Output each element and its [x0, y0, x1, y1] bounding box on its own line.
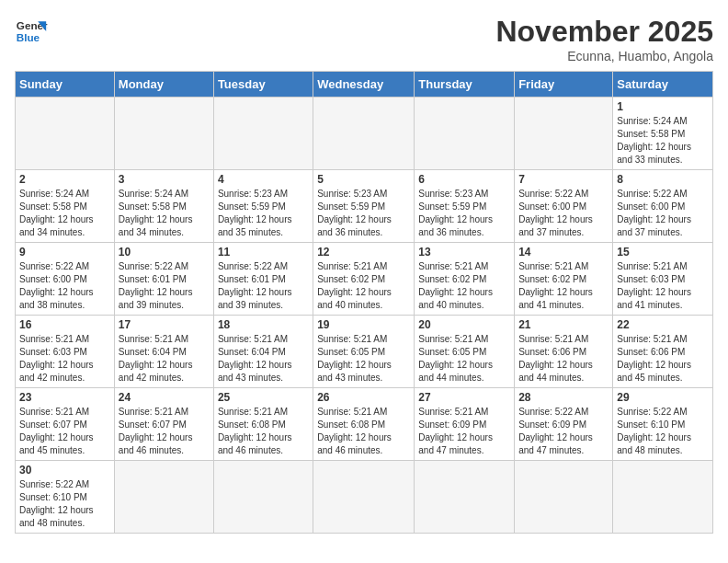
calendar-cell	[313, 461, 415, 534]
calendar-cell	[415, 461, 515, 534]
day-info: Sunrise: 5:21 AM Sunset: 6:03 PM Dayligh…	[19, 333, 110, 385]
logo: General Blue	[15, 15, 48, 48]
day-info: Sunrise: 5:24 AM Sunset: 5:58 PM Dayligh…	[617, 115, 709, 167]
svg-text:Blue: Blue	[17, 31, 40, 43]
day-number: 10	[119, 246, 210, 259]
calendar-table: SundayMondayTuesdayWednesdayThursdayFrid…	[15, 71, 713, 534]
weekday-header-row: SundayMondayTuesdayWednesdayThursdayFrid…	[16, 72, 713, 98]
calendar-cell: 26Sunrise: 5:21 AM Sunset: 6:08 PM Dayli…	[313, 388, 415, 461]
calendar-cell: 27Sunrise: 5:21 AM Sunset: 6:09 PM Dayli…	[415, 388, 515, 461]
day-number: 7	[518, 173, 609, 186]
title-block: November 2025 Ecunna, Huambo, Angola	[495, 15, 713, 63]
day-info: Sunrise: 5:21 AM Sunset: 6:03 PM Dayligh…	[617, 260, 709, 312]
calendar-cell: 1Sunrise: 5:24 AM Sunset: 5:58 PM Daylig…	[613, 98, 713, 170]
day-number: 16	[19, 318, 110, 331]
day-number: 12	[317, 246, 410, 259]
day-info: Sunrise: 5:21 AM Sunset: 6:09 PM Dayligh…	[418, 406, 510, 457]
day-info: Sunrise: 5:22 AM Sunset: 6:01 PM Dayligh…	[119, 260, 210, 312]
day-number: 13	[418, 246, 510, 259]
calendar-week-row: 16Sunrise: 5:21 AM Sunset: 6:03 PM Dayli…	[16, 316, 713, 388]
calendar-cell: 12Sunrise: 5:21 AM Sunset: 6:02 PM Dayli…	[313, 243, 415, 316]
day-number: 5	[317, 173, 410, 186]
day-number: 22	[617, 318, 709, 331]
calendar-cell: 28Sunrise: 5:22 AM Sunset: 6:09 PM Dayli…	[515, 388, 613, 461]
month-title: November 2025	[495, 15, 713, 49]
day-number: 17	[119, 318, 210, 331]
day-info: Sunrise: 5:22 AM Sunset: 6:00 PM Dayligh…	[617, 188, 709, 239]
calendar-cell: 25Sunrise: 5:21 AM Sunset: 6:08 PM Dayli…	[213, 388, 313, 461]
day-info: Sunrise: 5:21 AM Sunset: 6:06 PM Dayligh…	[518, 333, 609, 385]
day-info: Sunrise: 5:21 AM Sunset: 6:07 PM Dayligh…	[119, 406, 210, 457]
day-info: Sunrise: 5:24 AM Sunset: 5:58 PM Dayligh…	[119, 188, 210, 239]
day-number: 29	[617, 391, 709, 404]
calendar-cell	[16, 98, 115, 170]
day-info: Sunrise: 5:21 AM Sunset: 6:02 PM Dayligh…	[317, 260, 410, 312]
day-number: 20	[418, 318, 510, 331]
calendar-cell: 8Sunrise: 5:22 AM Sunset: 6:00 PM Daylig…	[613, 170, 713, 243]
calendar-cell	[415, 98, 515, 170]
day-info: Sunrise: 5:23 AM Sunset: 5:59 PM Dayligh…	[418, 188, 510, 239]
day-number: 11	[218, 246, 309, 259]
calendar-cell: 10Sunrise: 5:22 AM Sunset: 6:01 PM Dayli…	[114, 243, 213, 316]
day-info: Sunrise: 5:22 AM Sunset: 6:10 PM Dayligh…	[19, 478, 110, 530]
day-info: Sunrise: 5:21 AM Sunset: 6:02 PM Dayligh…	[518, 260, 609, 312]
calendar-cell: 5Sunrise: 5:23 AM Sunset: 5:59 PM Daylig…	[313, 170, 415, 243]
day-info: Sunrise: 5:21 AM Sunset: 6:05 PM Dayligh…	[418, 333, 510, 385]
calendar-cell: 11Sunrise: 5:22 AM Sunset: 6:01 PM Dayli…	[213, 243, 313, 316]
weekday-header-saturday: Saturday	[613, 72, 713, 98]
calendar-cell: 13Sunrise: 5:21 AM Sunset: 6:02 PM Dayli…	[415, 243, 515, 316]
day-info: Sunrise: 5:24 AM Sunset: 5:58 PM Dayligh…	[19, 188, 110, 239]
calendar-week-row: 23Sunrise: 5:21 AM Sunset: 6:07 PM Dayli…	[16, 388, 713, 461]
calendar-cell: 3Sunrise: 5:24 AM Sunset: 5:58 PM Daylig…	[114, 170, 213, 243]
calendar-cell: 22Sunrise: 5:21 AM Sunset: 6:06 PM Dayli…	[613, 316, 713, 388]
calendar-week-row: 1Sunrise: 5:24 AM Sunset: 5:58 PM Daylig…	[16, 98, 713, 170]
calendar-cell: 24Sunrise: 5:21 AM Sunset: 6:07 PM Dayli…	[114, 388, 213, 461]
calendar-cell: 20Sunrise: 5:21 AM Sunset: 6:05 PM Dayli…	[415, 316, 515, 388]
day-info: Sunrise: 5:21 AM Sunset: 6:07 PM Dayligh…	[19, 406, 110, 457]
calendar-cell	[114, 461, 213, 534]
calendar-cell	[213, 461, 313, 534]
calendar-cell: 17Sunrise: 5:21 AM Sunset: 6:04 PM Dayli…	[114, 316, 213, 388]
calendar-cell: 16Sunrise: 5:21 AM Sunset: 6:03 PM Dayli…	[16, 316, 115, 388]
day-number: 15	[617, 246, 709, 259]
calendar-cell: 23Sunrise: 5:21 AM Sunset: 6:07 PM Dayli…	[16, 388, 115, 461]
day-info: Sunrise: 5:21 AM Sunset: 6:05 PM Dayligh…	[317, 333, 410, 385]
calendar-cell	[613, 461, 713, 534]
day-number: 24	[119, 391, 210, 404]
day-number: 25	[218, 391, 309, 404]
calendar-cell	[213, 98, 313, 170]
calendar-cell: 19Sunrise: 5:21 AM Sunset: 6:05 PM Dayli…	[313, 316, 415, 388]
day-info: Sunrise: 5:22 AM Sunset: 6:01 PM Dayligh…	[218, 260, 309, 312]
calendar-cell: 21Sunrise: 5:21 AM Sunset: 6:06 PM Dayli…	[515, 316, 613, 388]
calendar-week-row: 9Sunrise: 5:22 AM Sunset: 6:00 PM Daylig…	[16, 243, 713, 316]
calendar-cell: 2Sunrise: 5:24 AM Sunset: 5:58 PM Daylig…	[16, 170, 115, 243]
day-number: 30	[19, 464, 110, 477]
calendar-cell: 6Sunrise: 5:23 AM Sunset: 5:59 PM Daylig…	[415, 170, 515, 243]
day-number: 28	[518, 391, 609, 404]
day-info: Sunrise: 5:21 AM Sunset: 6:06 PM Dayligh…	[617, 333, 709, 385]
day-number: 4	[218, 173, 309, 186]
calendar-cell: 30Sunrise: 5:22 AM Sunset: 6:10 PM Dayli…	[16, 461, 115, 534]
day-info: Sunrise: 5:22 AM Sunset: 6:09 PM Dayligh…	[518, 406, 609, 457]
day-info: Sunrise: 5:21 AM Sunset: 6:04 PM Dayligh…	[119, 333, 210, 385]
day-number: 3	[119, 173, 210, 186]
day-info: Sunrise: 5:22 AM Sunset: 6:00 PM Dayligh…	[518, 188, 609, 239]
day-number: 1	[617, 100, 709, 113]
calendar-week-row: 2Sunrise: 5:24 AM Sunset: 5:58 PM Daylig…	[16, 170, 713, 243]
calendar-cell: 9Sunrise: 5:22 AM Sunset: 6:00 PM Daylig…	[16, 243, 115, 316]
weekday-header-thursday: Thursday	[415, 72, 515, 98]
calendar-cell: 14Sunrise: 5:21 AM Sunset: 6:02 PM Dayli…	[515, 243, 613, 316]
calendar-cell: 4Sunrise: 5:23 AM Sunset: 5:59 PM Daylig…	[213, 170, 313, 243]
calendar-cell: 7Sunrise: 5:22 AM Sunset: 6:00 PM Daylig…	[515, 170, 613, 243]
weekday-header-friday: Friday	[515, 72, 613, 98]
day-number: 26	[317, 391, 410, 404]
day-info: Sunrise: 5:22 AM Sunset: 6:00 PM Dayligh…	[19, 260, 110, 312]
logo-icon: General Blue	[15, 15, 48, 48]
location-subtitle: Ecunna, Huambo, Angola	[495, 49, 713, 63]
day-info: Sunrise: 5:23 AM Sunset: 5:59 PM Dayligh…	[317, 188, 410, 239]
day-info: Sunrise: 5:22 AM Sunset: 6:10 PM Dayligh…	[617, 406, 709, 457]
day-info: Sunrise: 5:21 AM Sunset: 6:02 PM Dayligh…	[418, 260, 510, 312]
calendar-cell	[515, 461, 613, 534]
weekday-header-tuesday: Tuesday	[213, 72, 313, 98]
page-header: General Blue November 2025 Ecunna, Huamb…	[15, 15, 713, 63]
